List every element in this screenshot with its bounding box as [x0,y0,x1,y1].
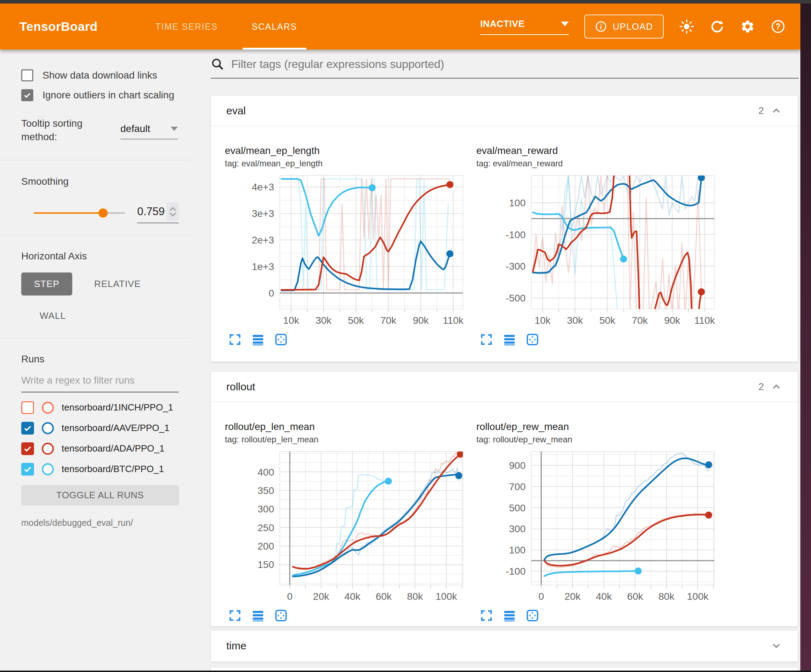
svg-text:100: 100 [509,198,526,208]
data-table-icon[interactable] [251,333,265,346]
data-table-icon[interactable] [503,609,516,622]
upload-button[interactable]: UPLOAD [584,15,664,39]
run-checkbox[interactable] [21,401,34,414]
dashboard-main: Filter tags (regular expressions support… [191,49,800,672]
run-checkbox[interactable] [21,422,34,435]
axis-option-wall[interactable]: WALL [40,310,179,321]
svg-text:-100: -100 [506,229,526,240]
run-color-ring[interactable] [42,402,54,414]
svg-text:50k: 50k [599,315,616,326]
tooltip-sorting-dropdown[interactable]: default [120,123,178,139]
chevron-down-icon [561,22,569,26]
svg-text:4e+3: 4e+3 [252,181,274,193]
fit-to-data-icon[interactable] [275,609,288,622]
chevron-up-icon[interactable] [770,381,782,393]
chevron-down-icon[interactable] [169,212,176,217]
fullscreen-icon[interactable] [228,333,241,346]
section-chart-count: 2 [758,105,764,117]
line-chart-mean-ep-length[interactable]: 10k30k50k70k90k110k01e+32e+33e+34e+3 [225,173,473,332]
chart-card-ep-len-mean: rollout/ep_len_mean tag: rollout/ep_len_… [225,421,473,622]
svg-text:150: 150 [258,559,274,570]
runs-filter-input[interactable]: Write a regex to filter runs [21,375,179,393]
section-rollout-header[interactable]: rollout 2 [211,372,798,402]
help-icon[interactable]: ? [770,19,786,34]
refresh-icon[interactable] [710,19,724,34]
section-eval-header[interactable]: eval 2 [211,96,798,126]
chart-card-mean-reward: eval/mean_reward tag: eval/mean_reward 1… [476,145,724,346]
svg-text:60k: 60k [627,591,643,602]
run-row-aave: tensorboard/AAVE/PPO_1 [21,418,179,438]
data-table-icon[interactable] [503,333,516,346]
run-color-ring[interactable] [42,443,54,455]
axis-option-relative[interactable]: RELATIVE [94,279,141,289]
svg-text:300: 300 [509,523,526,534]
app-title: TensorBoard [19,19,98,34]
line-chart-ep-len-mean[interactable]: 020k40k60k80k100k150200250300350400 [225,449,473,608]
svg-text:10k: 10k [283,315,299,326]
show-download-links-checkbox[interactable] [21,69,33,81]
divider [0,160,191,160]
smoothing-slider-fill [34,212,103,214]
smoothing-slider[interactable] [34,212,125,214]
horizontal-axis-label: Horizontal Axis [21,251,179,262]
toggle-all-runs-button[interactable]: TOGGLE ALL RUNS [21,485,179,506]
section-time: time [211,631,798,662]
settings-sidebar: Show data download links Ignore outliers… [0,49,191,670]
svg-text:40k: 40k [596,591,612,602]
chevron-up-icon[interactable] [169,207,176,211]
run-checkbox[interactable] [21,442,34,455]
svg-text:700: 700 [509,481,526,492]
axis-option-step[interactable]: STEP [21,273,72,296]
brightness-icon[interactable] [679,19,694,34]
ignore-outliers-label: Ignore outliers in chart scaling [42,90,174,101]
filter-tags-field[interactable]: Filter tags (regular expressions support… [211,58,799,79]
svg-text:0: 0 [268,288,274,299]
svg-text:?: ? [775,22,780,31]
svg-text:80k: 80k [658,591,675,602]
svg-text:100: 100 [509,545,526,555]
smoothing-value[interactable]: 0.759 [137,205,167,218]
svg-text:20k: 20k [565,591,581,602]
chevron-down-icon[interactable] [770,640,782,652]
fit-to-data-icon[interactable] [275,333,288,346]
status-dropdown[interactable]: INACTIVE [480,19,569,35]
chart-title: rollout/ep_len_mean [225,421,473,432]
tab-scalars[interactable]: SCALARS [235,3,314,49]
run-row-ada: tensorboard/ADA/PPO_1 [21,438,179,459]
run-checkbox[interactable] [21,463,34,476]
chevron-up-icon[interactable] [770,105,782,117]
line-chart-mean-reward[interactable]: 10k30k50k70k90k110k100-100-300-500 [476,173,724,332]
fit-to-data-icon[interactable] [526,333,539,346]
smoothing-stepper[interactable] [167,202,179,221]
line-chart-ep-rew-mean[interactable]: 020k40k60k80k100k-100100300500700900 [476,449,724,608]
smoothing-slider-thumb[interactable] [98,208,108,218]
svg-text:60k: 60k [376,591,392,602]
tab-time-series[interactable]: TIME SERIES [139,3,235,49]
chart-title: eval/mean_ep_length [225,145,473,156]
fit-to-data-icon[interactable] [526,609,539,622]
runs-list: tensorboard/1INCH/PPO_1 tensorboard/AAVE… [21,398,179,479]
chart-tag: tag: eval/mean_reward [476,159,724,168]
fullscreen-icon[interactable] [228,609,241,622]
status-dropdown-value: INACTIVE [480,19,524,29]
svg-text:110k: 110k [694,315,715,326]
settings-icon[interactable] [740,19,755,34]
svg-text:30k: 30k [567,315,583,326]
svg-text:-300: -300 [506,261,526,272]
section-rollout: rollout 2 rollout/ep_len_mean tag: rollo… [211,372,798,626]
chevron-down-icon [171,127,178,131]
svg-text:30k: 30k [316,315,332,326]
divider [0,338,191,338]
run-color-ring[interactable] [42,422,54,434]
ignore-outliers-checkbox[interactable] [21,89,33,101]
data-table-icon[interactable] [251,609,265,622]
fullscreen-icon[interactable] [480,609,493,622]
svg-text:100k: 100k [436,591,458,602]
section-title: time [226,640,246,652]
top-tabs: TIME SERIES SCALARS [139,3,314,49]
run-color-ring[interactable] [42,463,54,475]
fullscreen-icon[interactable] [480,333,493,346]
chart-title: eval/mean_reward [476,145,724,156]
section-time-header[interactable]: time [211,631,798,661]
chart-tag: tag: rollout/ep_len_mean [225,435,473,444]
